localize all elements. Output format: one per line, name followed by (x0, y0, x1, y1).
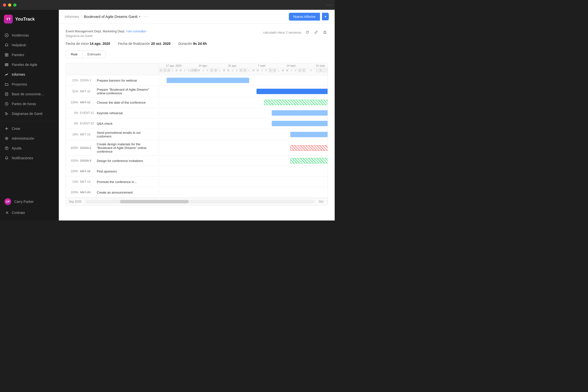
day-cell: M (175, 68, 178, 72)
svg-point-18 (6, 138, 7, 139)
sidebar-item-informes[interactable]: Informes (0, 70, 59, 80)
breadcrumb-root[interactable]: Informes (65, 14, 79, 18)
gantt-bar[interactable] (272, 121, 328, 126)
gantt-bar[interactable] (290, 132, 328, 137)
maximize-button[interactable] (13, 4, 16, 6)
sin-consulta-link[interactable]: <sin consulta> (126, 30, 146, 33)
row-title: Design for conference invitations (97, 159, 156, 163)
minimize-button[interactable] (8, 4, 11, 6)
row-percentage: 100% (69, 101, 78, 104)
gantt-row[interactable]: 100%MKT-29Create an announcement (66, 187, 328, 198)
edit-button[interactable] (313, 30, 319, 35)
gantt-bar[interactable] (256, 89, 328, 94)
sidebar-item-incidencias[interactable]: Incidencias (0, 30, 59, 40)
gantt-row[interactable]: 100%MKT-12Choose the date of the confere… (66, 97, 328, 108)
breadcrumb-more-button[interactable]: ··· (144, 14, 149, 19)
week-label: 31 ago. (218, 63, 247, 68)
svg-rect-7 (6, 64, 7, 66)
sidebar-item-proyectos[interactable]: Proyectos (0, 80, 59, 89)
gantt-row[interactable]: 100%MKT-16Find sponsors (66, 166, 328, 177)
view-estimated-button[interactable]: Estimado (82, 51, 106, 58)
sidebar-item-helpdesk[interactable]: Helpdesk (0, 40, 59, 50)
sidebar-bottom: CP Carry Parker Contraer (0, 196, 59, 220)
gantt-row[interactable]: 3%EVENT-31Keynote rehearsal (66, 108, 328, 118)
week-label: 14 sept. (276, 63, 306, 68)
day-cell: M (222, 68, 226, 72)
sidebar-item-paneles-agile[interactable]: Paneles de Agile (0, 60, 59, 70)
sidebar-item-notificaciones[interactable]: Notificaciones (0, 153, 59, 163)
gantt-row[interactable]: 100%DSGN-3Design for conference invitati… (66, 156, 328, 166)
duration-label: Duración (178, 42, 192, 46)
svg-point-20 (6, 149, 7, 149)
week-days: L M M J V S D (218, 68, 247, 72)
nuevo-informe-button[interactable]: Nuevo informe (289, 13, 320, 20)
week-label: 7 sept. (247, 63, 276, 68)
app-name: YouTrack (15, 17, 35, 22)
breadcrumb: Informes / Boulevard of Agile Dreams Gan… (65, 14, 149, 19)
gantt-chart[interactable]: 17 ago. 2020 V S D L M M J V (66, 63, 328, 206)
sidebar-item-label: Ayuda (12, 146, 21, 150)
gantt-row[interactable]: 19%MKT-14Send promotional emails to our … (66, 129, 328, 140)
view-real-button[interactable]: Real (66, 51, 82, 58)
row-percentage: 100% (69, 170, 78, 173)
sidebar-item-ayuda[interactable]: Ayuda (0, 143, 59, 153)
gantt-container: 17 ago. 2020 V S D L M M J V (66, 63, 328, 205)
gantt-row[interactable]: 450%DSGN-2Create design materials for th… (66, 140, 328, 156)
svg-rect-8 (7, 64, 8, 66)
gantt-row[interactable]: 0%EVENT-32Q&A check (66, 118, 328, 129)
row-title: Prepare "Boulevard of Agile Dreams" onli… (97, 88, 156, 95)
report-dates: Fecha de inicio 14 ago. 2020 Fecha de fi… (66, 42, 328, 46)
sidebar-item-partes-horas[interactable]: Partes de horas (0, 99, 59, 109)
row-id: EVENT-31 (80, 111, 95, 115)
svg-point-1 (6, 44, 8, 46)
close-button[interactable] (3, 4, 6, 6)
day-cell: M (226, 68, 230, 72)
user-profile[interactable]: CP Carry Parker (0, 196, 59, 208)
gantt-row[interactable]: 51%MKT-10Prepare "Boulevard of Agile Dre… (66, 86, 328, 97)
sidebar-item-label: Diagramas de Gantt (12, 112, 42, 116)
refresh-button[interactable] (304, 30, 310, 35)
svg-rect-2 (5, 54, 6, 55)
traffic-lights (3, 4, 16, 6)
breadcrumb-chevron-icon[interactable]: ▾ (139, 15, 140, 18)
report-calc: calculado Hace 2 semanas (263, 30, 328, 35)
nuevo-informe-dropdown-button[interactable]: ▾ (322, 13, 329, 20)
gantt-bar[interactable] (272, 110, 328, 116)
gantt-bar[interactable] (290, 158, 328, 164)
report-title: Boulevard of Agile Dreams Gantt (84, 14, 138, 18)
sidebar-item-paneles[interactable]: Paneles (0, 50, 59, 60)
row-title: Prepare banners for webinar (97, 79, 156, 82)
sidebar-collapse-button[interactable]: Contraer (0, 208, 59, 218)
sidebar-item-administracion[interactable]: Administración (0, 134, 59, 143)
day-cell: D (243, 68, 247, 72)
print-button[interactable] (322, 30, 328, 35)
titlebar-menu[interactable]: ··· (326, 2, 332, 8)
end-date-field: Fecha de finalización 20 oct. 2020 (118, 42, 170, 46)
gantt-bar[interactable] (264, 100, 328, 105)
day-cell: J (182, 68, 186, 72)
week-group-3: 31 ago. L M M J V S D (218, 63, 247, 75)
check-circle-icon (4, 33, 9, 38)
sidebar-item-diagramas-gantt[interactable]: Diagramas de Gantt (0, 109, 59, 118)
titlebar: ··· (0, 0, 335, 10)
gantt-row[interactable]: 13%MKT-13Promote the conference in... (66, 177, 328, 187)
gantt-row[interactable]: 21%DSGN-1Prepare banners for webinar (66, 75, 328, 86)
day-cell: M (251, 68, 256, 72)
gantt-row-right (159, 187, 328, 198)
row-title: Q&A check (97, 122, 156, 126)
gear-icon (4, 136, 9, 141)
end-date-label: Fecha de finalización (118, 42, 150, 46)
sidebar-item-base-conocimiento[interactable]: Base de conocimie... (0, 89, 59, 99)
week-group-4: 7 sept. L M M J V S D (247, 63, 276, 75)
week-days: L M M J V S D (247, 68, 276, 72)
gantt-bar[interactable] (166, 78, 249, 83)
day-cell: J (260, 68, 264, 72)
gantt-bar[interactable] (290, 145, 328, 151)
timeline-scrollbar[interactable] (85, 200, 315, 203)
svg-rect-21 (324, 32, 326, 34)
sidebar-item-crear[interactable]: Crear (0, 124, 59, 134)
day-cell: S (316, 68, 326, 72)
day-cell: J (289, 68, 293, 72)
duration-value: 9s 2d 6h (193, 42, 207, 46)
gantt-row-left: 450%DSGN-2Create design materials for th… (66, 140, 159, 155)
